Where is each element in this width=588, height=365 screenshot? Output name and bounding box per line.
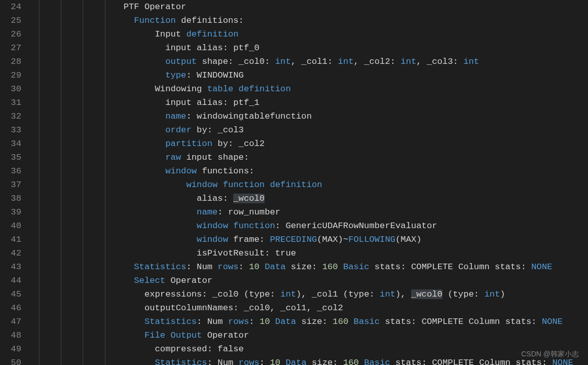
code-line[interactable]: Input definition	[29, 27, 573, 41]
code-line[interactable]: input alias: ptf_0	[29, 41, 573, 55]
line-number: 37	[0, 178, 21, 192]
line-number: 42	[0, 246, 21, 260]
line-number: 28	[0, 55, 21, 68]
code-line[interactable]: isPivotResult: true	[29, 246, 573, 260]
line-number: 43	[0, 260, 21, 274]
line-number: 33	[0, 123, 21, 137]
code-line[interactable]: type: WINDOWING	[29, 68, 573, 82]
highlighted-token: _wcol0	[233, 194, 265, 203]
line-number: 26	[0, 27, 21, 41]
line-number: 39	[0, 205, 21, 219]
line-number: 32	[0, 110, 21, 123]
line-number: 34	[0, 137, 21, 151]
code-line[interactable]: Statistics: Num rows: 10 Data size: 160 …	[29, 356, 573, 365]
line-number: 48	[0, 328, 21, 342]
code-line[interactable]: partition by: _col2	[29, 137, 573, 151]
code-line[interactable]: expressions: _col0 (type: int), _col1 (t…	[29, 287, 573, 301]
code-line[interactable]: name: row_number	[29, 205, 573, 219]
code-line[interactable]: name: windowingtablefunction	[29, 110, 573, 123]
line-number: 40	[0, 219, 21, 233]
line-number: 27	[0, 41, 21, 55]
line-number: 44	[0, 274, 21, 287]
line-number: 30	[0, 82, 21, 96]
code-line[interactable]: PTF Operator	[29, 0, 573, 14]
line-number: 41	[0, 233, 21, 246]
code-line[interactable]: window function: GenericUDAFRowNumberEva…	[29, 219, 573, 233]
code-line[interactable]: Function definitions:	[29, 14, 573, 27]
line-number-gutter: 2425262728293031323334353637383940414243…	[0, 0, 29, 365]
code-line[interactable]: alias: _wcol0	[29, 192, 573, 205]
watermark-label: CSDN @韩家小志	[521, 347, 579, 361]
code-line[interactable]: output shape: _col0: int, _col1: int, _c…	[29, 55, 573, 68]
line-number: 50	[0, 356, 21, 365]
line-number: 38	[0, 192, 21, 205]
code-content[interactable]: PTF Operator Function definitions: Input…	[29, 0, 573, 365]
line-number: 49	[0, 342, 21, 356]
code-editor[interactable]: 2425262728293031323334353637383940414243…	[0, 0, 588, 365]
line-number: 31	[0, 96, 21, 110]
highlighted-token: _wcol0	[411, 289, 443, 299]
line-number: 47	[0, 315, 21, 328]
code-line[interactable]: input alias: ptf_1	[29, 96, 573, 110]
line-number: 46	[0, 301, 21, 315]
code-line[interactable]: window functions:	[29, 164, 573, 178]
code-line[interactable]: window function definition	[29, 178, 573, 192]
line-number: 45	[0, 287, 21, 301]
code-line[interactable]: File Output Operator	[29, 328, 573, 342]
code-line[interactable]: compressed: false	[29, 342, 573, 356]
code-line[interactable]: Select Operator	[29, 274, 573, 287]
line-number: 29	[0, 68, 21, 82]
code-line[interactable]: window frame: PRECEDING(MAX)~FOLLOWING(M…	[29, 233, 573, 246]
code-line[interactable]: Statistics: Num rows: 10 Data size: 160 …	[29, 260, 573, 274]
code-line[interactable]: order by: _col3	[29, 123, 573, 137]
code-line[interactable]: outputColumnNames: _col0, _col1, _col2	[29, 301, 573, 315]
line-number: 24	[0, 0, 21, 14]
line-number: 25	[0, 14, 21, 27]
line-number: 35	[0, 151, 21, 164]
line-number: 36	[0, 164, 21, 178]
code-line[interactable]: Statistics: Num rows: 10 Data size: 160 …	[29, 315, 573, 328]
code-line[interactable]: raw input shape:	[29, 151, 573, 164]
code-line[interactable]: Windowing table definition	[29, 82, 573, 96]
